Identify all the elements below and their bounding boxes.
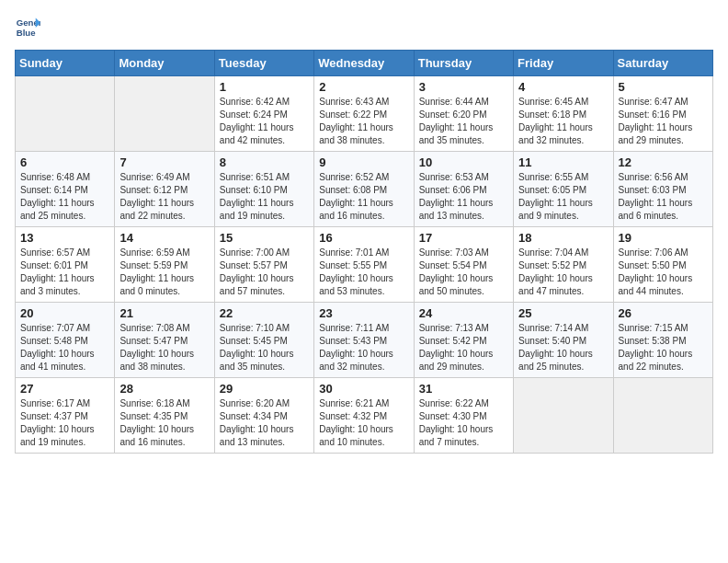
day-cell: 28Sunrise: 6:18 AMSunset: 4:35 PMDayligh… (115, 378, 214, 454)
day-info: Sunrise: 6:45 AMSunset: 6:18 PMDaylight:… (518, 96, 608, 147)
week-row-3: 13Sunrise: 6:57 AMSunset: 6:01 PMDayligh… (16, 227, 713, 303)
day-info: Sunrise: 7:04 AMSunset: 5:52 PMDaylight:… (518, 247, 608, 298)
day-cell: 7Sunrise: 6:49 AMSunset: 6:12 PMDaylight… (115, 152, 214, 227)
day-info: Sunrise: 7:10 AMSunset: 5:45 PMDaylight:… (220, 322, 309, 373)
day-info: Sunrise: 6:43 AMSunset: 6:22 PMDaylight:… (319, 96, 408, 147)
day-info: Sunrise: 6:18 AMSunset: 4:35 PMDaylight:… (119, 397, 209, 449)
day-cell: 19Sunrise: 7:06 AMSunset: 5:50 PMDayligh… (613, 227, 712, 303)
day-info: Sunrise: 7:01 AMSunset: 5:55 PMDaylight:… (319, 247, 408, 298)
day-info: Sunrise: 7:11 AMSunset: 5:43 PMDaylight:… (319, 322, 408, 373)
day-number: 19 (619, 231, 708, 245)
day-cell: 14Sunrise: 6:59 AMSunset: 5:59 PMDayligh… (115, 227, 214, 303)
day-number: 17 (419, 231, 508, 245)
svg-text:Blue: Blue (17, 28, 36, 38)
day-number: 22 (220, 306, 309, 320)
day-info: Sunrise: 6:21 AMSunset: 4:32 PMDaylight:… (319, 397, 408, 449)
day-info: Sunrise: 6:22 AMSunset: 4:30 PMDaylight:… (419, 397, 508, 449)
day-number: 6 (20, 155, 109, 169)
day-cell: 10Sunrise: 6:53 AMSunset: 6:06 PMDayligh… (414, 152, 513, 227)
day-number: 20 (20, 306, 109, 320)
day-cell: 16Sunrise: 7:01 AMSunset: 5:55 PMDayligh… (314, 227, 414, 303)
day-cell: 30Sunrise: 6:21 AMSunset: 4:32 PMDayligh… (314, 378, 414, 454)
day-number: 10 (419, 155, 508, 169)
day-info: Sunrise: 6:49 AMSunset: 6:12 PMDaylight:… (119, 171, 209, 223)
day-number: 18 (518, 231, 608, 245)
day-cell: 22Sunrise: 7:10 AMSunset: 5:45 PMDayligh… (214, 303, 313, 378)
weekday-header-sunday: Sunday (16, 51, 115, 76)
day-cell: 24Sunrise: 7:13 AMSunset: 5:42 PMDayligh… (414, 303, 513, 378)
day-number: 28 (119, 382, 209, 396)
weekday-header-tuesday: Tuesday (214, 51, 313, 76)
day-info: Sunrise: 6:17 AMSunset: 4:37 PMDaylight:… (20, 397, 109, 449)
day-number: 21 (119, 306, 209, 320)
day-info: Sunrise: 7:06 AMSunset: 5:50 PMDaylight:… (619, 247, 708, 298)
weekday-header-saturday: Saturday (613, 51, 712, 76)
logo: General Blue (15, 15, 44, 40)
day-cell (613, 378, 712, 454)
day-number: 7 (119, 155, 209, 169)
day-cell (115, 76, 214, 152)
day-cell: 11Sunrise: 6:55 AMSunset: 6:05 PMDayligh… (514, 152, 613, 227)
day-number: 5 (619, 80, 708, 94)
day-info: Sunrise: 7:03 AMSunset: 5:54 PMDaylight:… (419, 247, 508, 298)
day-info: Sunrise: 6:55 AMSunset: 6:05 PMDaylight:… (518, 171, 608, 223)
weekday-header-friday: Friday (514, 51, 613, 76)
day-info: Sunrise: 7:15 AMSunset: 5:38 PMDaylight:… (619, 322, 708, 373)
day-number: 9 (319, 155, 408, 169)
day-cell: 25Sunrise: 7:14 AMSunset: 5:40 PMDayligh… (514, 303, 613, 378)
day-info: Sunrise: 6:44 AMSunset: 6:20 PMDaylight:… (419, 96, 508, 147)
day-cell (514, 378, 613, 454)
day-number: 26 (619, 306, 708, 320)
day-number: 11 (518, 155, 608, 169)
weekday-header-wednesday: Wednesday (314, 51, 414, 76)
day-cell: 31Sunrise: 6:22 AMSunset: 4:30 PMDayligh… (414, 378, 513, 454)
day-cell: 13Sunrise: 6:57 AMSunset: 6:01 PMDayligh… (16, 227, 115, 303)
page-header: General Blue (15, 15, 713, 40)
day-info: Sunrise: 6:51 AMSunset: 6:10 PMDaylight:… (220, 171, 309, 223)
day-number: 12 (619, 155, 708, 169)
day-number: 24 (419, 306, 508, 320)
day-info: Sunrise: 6:42 AMSunset: 6:24 PMDaylight:… (220, 96, 309, 147)
day-info: Sunrise: 6:20 AMSunset: 4:34 PMDaylight:… (220, 397, 309, 449)
day-info: Sunrise: 6:57 AMSunset: 6:01 PMDaylight:… (20, 247, 109, 298)
day-number: 4 (518, 80, 608, 94)
calendar-table: SundayMondayTuesdayWednesdayThursdayFrid… (15, 50, 713, 454)
day-number: 25 (518, 306, 608, 320)
day-number: 1 (220, 80, 309, 94)
day-cell: 4Sunrise: 6:45 AMSunset: 6:18 PMDaylight… (514, 76, 613, 152)
day-cell: 18Sunrise: 7:04 AMSunset: 5:52 PMDayligh… (514, 227, 613, 303)
weekday-header-row: SundayMondayTuesdayWednesdayThursdayFrid… (16, 51, 713, 76)
day-cell: 23Sunrise: 7:11 AMSunset: 5:43 PMDayligh… (314, 303, 414, 378)
weekday-header-thursday: Thursday (414, 51, 513, 76)
day-cell: 8Sunrise: 6:51 AMSunset: 6:10 PMDaylight… (214, 152, 313, 227)
day-info: Sunrise: 6:47 AMSunset: 6:16 PMDaylight:… (619, 96, 708, 147)
day-cell: 17Sunrise: 7:03 AMSunset: 5:54 PMDayligh… (414, 227, 513, 303)
day-info: Sunrise: 7:07 AMSunset: 5:48 PMDaylight:… (20, 322, 109, 373)
week-row-2: 6Sunrise: 6:48 AMSunset: 6:14 PMDaylight… (16, 152, 713, 227)
day-cell (16, 76, 115, 152)
day-info: Sunrise: 6:52 AMSunset: 6:08 PMDaylight:… (319, 171, 408, 223)
day-cell: 2Sunrise: 6:43 AMSunset: 6:22 PMDaylight… (314, 76, 414, 152)
day-number: 29 (220, 382, 309, 396)
day-info: Sunrise: 6:56 AMSunset: 6:03 PMDaylight:… (619, 171, 708, 223)
week-row-4: 20Sunrise: 7:07 AMSunset: 5:48 PMDayligh… (16, 303, 713, 378)
day-cell: 3Sunrise: 6:44 AMSunset: 6:20 PMDaylight… (414, 76, 513, 152)
day-cell: 1Sunrise: 6:42 AMSunset: 6:24 PMDaylight… (214, 76, 313, 152)
day-info: Sunrise: 7:13 AMSunset: 5:42 PMDaylight:… (419, 322, 508, 373)
day-number: 13 (20, 231, 109, 245)
day-number: 2 (319, 80, 408, 94)
day-number: 8 (220, 155, 309, 169)
day-cell: 6Sunrise: 6:48 AMSunset: 6:14 PMDaylight… (16, 152, 115, 227)
day-cell: 27Sunrise: 6:17 AMSunset: 4:37 PMDayligh… (16, 378, 115, 454)
day-cell: 20Sunrise: 7:07 AMSunset: 5:48 PMDayligh… (16, 303, 115, 378)
day-info: Sunrise: 7:08 AMSunset: 5:47 PMDaylight:… (119, 322, 209, 373)
day-cell: 29Sunrise: 6:20 AMSunset: 4:34 PMDayligh… (214, 378, 313, 454)
day-cell: 5Sunrise: 6:47 AMSunset: 6:16 PMDaylight… (613, 76, 712, 152)
day-number: 15 (220, 231, 309, 245)
week-row-1: 1Sunrise: 6:42 AMSunset: 6:24 PMDaylight… (16, 76, 713, 152)
day-info: Sunrise: 7:14 AMSunset: 5:40 PMDaylight:… (518, 322, 608, 373)
day-number: 16 (319, 231, 408, 245)
day-cell: 21Sunrise: 7:08 AMSunset: 5:47 PMDayligh… (115, 303, 214, 378)
day-info: Sunrise: 6:53 AMSunset: 6:06 PMDaylight:… (419, 171, 508, 223)
day-number: 31 (419, 382, 508, 396)
